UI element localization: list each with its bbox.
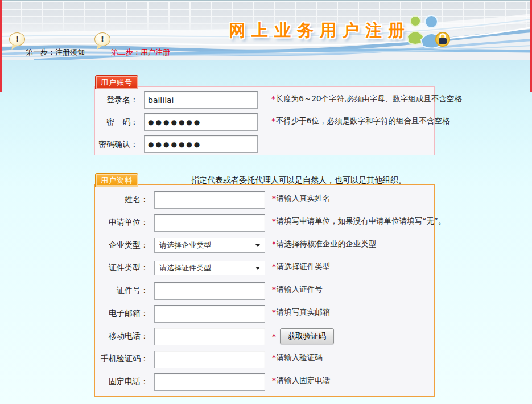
cert-type-select[interactable]: 请选择证件类型 [154,261,265,275]
landline-phone-hint-text: 请输入固定电话 [277,376,331,385]
apply-unit-hint-text: 请填写申请单位，如果没有申请单位请填写“无”。 [277,216,446,225]
login-name-hint-text: 长度为6～20个字符,必须由字母、数字组成且不含空格 [276,94,462,103]
sms-code-input[interactable] [154,351,265,368]
users-lock-icon [405,14,452,48]
required-asterisk: * [272,353,276,362]
apply-unit-label: 申请单位： [95,217,149,228]
landline-phone-hint: *请输入固定电话 [272,374,330,386]
account-section: 登录名：*长度为6～20个字符,必须由字母、数字组成且不含空格密 码：*不得少于… [94,86,435,155]
cert-number-input[interactable] [154,282,265,300]
password-confirm-input[interactable] [144,135,258,153]
sms-code-row: 手机验证码：*请输入验证码 [95,348,434,370]
real-name-hint-text: 请输入真实姓名 [277,193,331,203]
step-1-indicator: ! 第一步：注册须知 [9,32,25,46]
chevron-down-icon [255,267,260,270]
email-label: 电子邮箱： [95,308,149,319]
email-hint: *请填写真实邮箱 [272,306,330,318]
enterprise-type-hint: *请选择待核准企业的企业类型 [272,238,376,249]
login-name-row: 登录名：*长度为6～20个字符,必须由字母、数字组成且不含空格 [95,89,434,111]
enterprise-type-select[interactable]: 请选择企业类型 [154,238,265,253]
left-red-edge [0,0,2,92]
profile-section: 姓名：*请输入真实姓名申请单位：*请填写申请单位，如果没有申请单位请填写“无”。… [94,184,435,397]
cert-number-row: 证件号：*请输入证件号 [95,279,434,302]
step-2-label[interactable]: 第二步：用户注册 [111,47,170,57]
apply-unit-input[interactable] [154,214,265,232]
password-confirm-label: 密码确认： [95,139,138,150]
chevron-down-icon [255,244,260,247]
required-asterisk: * [272,240,276,248]
profile-section-tab: 用户资料 [95,173,138,187]
page-title: 网上业务用户注册 [229,19,411,42]
password-confirm-row: 密码确认： [95,133,434,155]
account-section-tab: 用户账号 [95,75,138,89]
required-asterisk: * [272,285,276,294]
landline-phone-row: 固定电话：*请输入固定电话 [95,370,434,393]
exclamation-bubble-icon: ! [94,32,110,46]
login-name-label: 登录名： [95,95,138,105]
profile-section-note: 指定代表或者委托代理人可以是自然人，也可以是其他组织。 [191,175,406,185]
login-name-input[interactable] [144,91,258,109]
enterprise-type-hint-text: 请选择待核准企业的企业类型 [277,239,377,248]
real-name-row: 姓名：*请输入真实姓名 [95,188,434,211]
required-asterisk: * [272,194,276,203]
enterprise-type-selected-value: 请选择企业类型 [159,240,211,250]
required-asterisk: * [271,117,275,125]
enterprise-type-row: 企业类型：请选择企业类型*请选择待核准企业的企业类型 [95,234,434,257]
real-name-hint: *请输入真实姓名 [272,192,330,204]
cert-number-label: 证件号： [95,286,149,296]
cert-type-selected-value: 请选择证件类型 [159,263,211,273]
password-input[interactable] [144,113,258,131]
mobile-phone-label: 移动电话： [95,331,149,341]
sms-code-hint: *请输入验证码 [272,352,323,363]
step-2-indicator: ! 第二步：用户注册 [94,32,110,46]
password-label: 密 码： [95,117,138,127]
apply-unit-hint: *请填写申请单位，如果没有申请单位请填写“无”。 [272,215,446,226]
cert-type-row: 证件类型：请选择证件类型*请选择证件类型 [95,257,434,279]
password-hint: *不得少于6位，必须是数字和字符的组合且不含空格 [271,115,449,126]
registration-page: 网上业务用户注册 ! 第一步：注册须知 ! 第二步：用户注册 用户账号 登录名：… [0,0,532,404]
enterprise-type-label: 企业类型： [95,240,149,250]
cert-type-label: 证件类型： [95,263,149,273]
required-asterisk: * [272,376,276,385]
required-asterisk: * [272,217,276,225]
mobile-phone-get-code-button[interactable]: 获取验证码 [280,328,335,344]
required-asterisk: * [272,262,276,271]
login-name-hint: *长度为6～20个字符,必须由字母、数字组成且不含空格 [271,93,462,104]
password-hint-text: 不得少于6位，必须是数字和字符的组合且不含空格 [276,116,450,125]
real-name-label: 姓名： [95,195,149,205]
email-hint-text: 请填写真实邮箱 [277,307,331,316]
required-asterisk: * [272,332,276,341]
cert-number-hint-text: 请输入证件号 [277,285,323,294]
exclamation-bubble-icon: ! [9,32,25,46]
sms-code-label: 手机验证码： [95,354,149,364]
email-row: 电子邮箱：*请填写真实邮箱 [95,302,434,325]
apply-unit-row: 申请单位：*请填写申请单位，如果没有申请单位请填写“无”。 [95,211,434,234]
required-asterisk: * [271,94,275,103]
landline-phone-label: 固定电话： [95,377,149,387]
mobile-phone-input[interactable] [154,328,265,345]
mobile-phone-row: 移动电话：*获取验证码 [95,325,434,348]
step-1-label[interactable]: 第一步：注册须知 [26,47,85,57]
sms-code-hint-text: 请输入验证码 [277,353,323,362]
email-input[interactable] [154,305,265,323]
cert-type-hint-text: 请选择证件类型 [277,262,331,271]
mobile-phone-actions: *获取验证码 [272,328,334,344]
cert-number-hint: *请输入证件号 [272,283,323,295]
real-name-input[interactable] [154,191,265,209]
password-row: 密 码：*不得少于6位，必须是数字和字符的组合且不含空格 [95,111,434,133]
cert-type-hint: *请选择证件类型 [272,261,330,272]
required-asterisk: * [272,308,276,316]
landline-phone-input[interactable] [154,373,265,391]
